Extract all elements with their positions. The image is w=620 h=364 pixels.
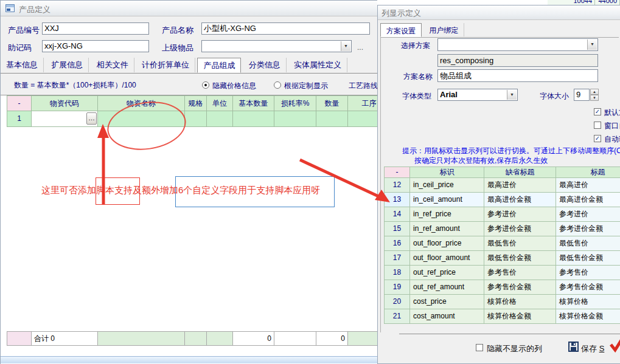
select-scheme-combobox[interactable]: ▼ xyxy=(437,38,598,51)
composition-option-bar: 数量 = 基本数量*（100+损耗率）/100 隐藏价格信息 根据定制显示 工艺… xyxy=(1,74,378,95)
row-number-cell[interactable]: 1 xyxy=(7,111,32,127)
parent-item-browse-button[interactable]: ... xyxy=(357,43,363,52)
col-header-spec[interactable]: 规格 xyxy=(185,95,207,111)
hide-price-radio-label[interactable]: 隐藏价格信息 xyxy=(212,81,256,91)
tab-basic-info[interactable]: 基本信息 xyxy=(1,58,44,72)
tab-scheme-settings[interactable]: 方案设置 xyxy=(380,23,422,37)
composition-table-row: 1 … xyxy=(7,111,396,127)
spinner-down-icon[interactable]: ▼ xyxy=(590,95,599,101)
dialog-titlebar[interactable]: 列显示定义 xyxy=(378,5,620,20)
col-header-material-code[interactable]: 物资代码 xyxy=(32,95,98,111)
window-auto-checkbox-label[interactable]: 窗口自 xyxy=(604,121,620,131)
product-tabbar: 基本信息 扩展信息 相关文件 计价折算单位 产品组成 分类信息 实体属性定义 描… xyxy=(1,57,378,74)
column-row-16[interactable]: 16out_floor_price最低售价最低售价 xyxy=(384,236,620,251)
base-qty-cell[interactable] xyxy=(233,111,274,127)
hide-columns-checkbox-label[interactable]: 隐藏不显示的列 xyxy=(487,343,542,354)
custom-display-radio-label[interactable]: 根据定制显示 xyxy=(284,81,328,91)
font-type-combobox[interactable]: Arial ▼ xyxy=(437,89,518,101)
dialog-title: 列显示定义 xyxy=(381,8,421,19)
background-cell: 44000 4 xyxy=(595,0,620,5)
material-lookup-button[interactable]: … xyxy=(86,112,97,125)
save-button[interactable]: 保存 S xyxy=(581,343,604,354)
default-checkbox-label[interactable]: 默认方 xyxy=(604,108,620,118)
font-size-stepper[interactable]: ▲ ▼ xyxy=(590,89,599,101)
font-size-input[interactable]: 9 xyxy=(574,89,590,101)
column-row-15[interactable]: 15in_ref_amount参考进价金额参考进价金额 xyxy=(384,222,620,236)
tab-extended-info[interactable]: 扩展信息 xyxy=(46,58,89,72)
dlg-col-header-title[interactable]: 标题 xyxy=(556,167,620,178)
parent-item-combobox[interactable]: ▼ xyxy=(201,40,352,52)
tab-related-files[interactable]: 相关文件 xyxy=(91,58,134,72)
table-id-field: res_composing xyxy=(437,54,598,67)
column-row-18[interactable]: 18out_ref_price参考售价参考售价 xyxy=(384,266,620,280)
col-header-dash[interactable]: - xyxy=(7,95,32,111)
hint-line-2: 按确定只对本次登陆有效,保存后永久生效 xyxy=(414,156,548,166)
summary-blank-cell xyxy=(7,331,32,346)
dlg-col-header-id[interactable]: 标识 xyxy=(410,167,484,178)
select-scheme-label: 选择方案 xyxy=(401,41,430,51)
col-header-qty[interactable]: 数量 xyxy=(316,95,348,111)
material-code-edit-cell[interactable]: … xyxy=(32,111,98,127)
column-row-17[interactable]: 17out_floor_amount最低售价金额最低售价金额 xyxy=(384,251,620,266)
tab-classification-info[interactable]: 分类信息 xyxy=(243,58,287,72)
dropdown-arrow-icon[interactable]: ▼ xyxy=(341,41,350,51)
spec-cell[interactable] xyxy=(185,111,207,127)
summary-total-cell: 合计 0 xyxy=(32,331,98,346)
dlg-col-header-dash[interactable]: - xyxy=(384,167,410,178)
font-size-label: 字体大小 xyxy=(540,91,569,101)
column-row-14[interactable]: 14in_ref_price参考进价参考进价 xyxy=(384,207,620,222)
summary-row: 合计 0 0 0 xyxy=(7,331,391,346)
product-window-title: 产品定义 xyxy=(19,4,51,15)
save-icon xyxy=(568,342,579,352)
dropdown-arrow-icon[interactable]: ▼ xyxy=(507,90,517,100)
column-row-19[interactable]: 19out_ref_amount参考售价金额参考售价金额 xyxy=(384,280,620,295)
product-name-label: 产品名称 xyxy=(162,25,193,36)
dlg-col-header-default-title[interactable]: 缺省标题 xyxy=(484,167,556,178)
custom-display-radio[interactable] xyxy=(274,81,281,89)
hide-columns-checkbox[interactable] xyxy=(476,344,483,351)
product-name-input[interactable]: 小型机-XG-NG xyxy=(201,22,370,35)
background-table-fragment: 10044 44000 4 xyxy=(548,0,620,5)
summary-base-qty-total: 0 xyxy=(233,331,274,346)
spinner-up-icon[interactable]: ▲ xyxy=(590,89,599,95)
column-list-table: - 标识 缺省标题 标题 12in_ceil_price最高进价最高进价 13i… xyxy=(384,167,620,324)
default-checkbox[interactable]: ✓ xyxy=(594,108,601,115)
column-row-12[interactable]: 12in_ceil_price最高进价最高进价 xyxy=(384,178,620,193)
dialog-divider xyxy=(399,334,620,334)
process-route-label[interactable]: 工艺路线 xyxy=(349,81,378,91)
column-row-13[interactable]: 13in_ceil_amount最高进价金额最高进价金额 xyxy=(384,193,620,207)
window-icon xyxy=(5,4,15,13)
check-icon: ✓ xyxy=(595,108,600,115)
column-row-21[interactable]: 21cost_amount核算价格金额核算价格金额 xyxy=(384,309,620,324)
composition-table-header: - 物资代码 物资名称 规格 单位 基本数量 损耗率% 数量 工序 xyxy=(7,95,396,111)
loss-rate-cell[interactable] xyxy=(274,111,316,127)
tab-entity-attribute-definition[interactable]: 实体属性定义 xyxy=(288,58,347,72)
auto-adjust-checkbox-label[interactable]: 自动调 xyxy=(604,134,620,145)
column-list-header: - 标识 缺省标题 标题 xyxy=(384,167,620,178)
col-header-unit[interactable]: 单位 xyxy=(207,95,233,111)
tab-pricing-unit[interactable]: 计价折算单位 xyxy=(136,58,195,72)
column-display-dialog: 列显示定义 方案设置 用户绑定 选择方案 ▼ res_composing 方案名… xyxy=(377,5,620,364)
product-code-input[interactable]: XXJ xyxy=(42,22,149,35)
annotation-note: 这里可否添加脚本支持及额外增加6个自定义字段用于支持脚本应用呀 xyxy=(41,185,320,196)
product-window-titlebar[interactable]: 产品定义 xyxy=(1,1,377,16)
font-type-label: 字体类型 xyxy=(402,91,431,101)
column-row-20[interactable]: 20cost_price核算价格核算价格 xyxy=(384,295,620,309)
tab-product-composition[interactable]: 产品组成 xyxy=(197,58,241,73)
col-header-loss-rate[interactable]: 损耗率% xyxy=(274,95,316,111)
composition-table: - 物资代码 物资名称 规格 单位 基本数量 损耗率% 数量 工序 1 … xyxy=(7,95,396,127)
scheme-name-input[interactable]: 物品组成 xyxy=(437,69,598,82)
mnemonic-input[interactable]: xxj-XG-NG xyxy=(42,40,149,52)
tab-user-binding[interactable]: 用户绑定 xyxy=(423,23,464,36)
window-auto-checkbox[interactable] xyxy=(594,122,601,129)
dropdown-arrow-icon[interactable]: ▼ xyxy=(587,39,597,50)
background-cell: 10044 xyxy=(548,0,595,5)
unit-cell[interactable] xyxy=(207,111,233,127)
window-bottom-strip xyxy=(1,356,378,363)
summary-qty-total: 0 xyxy=(316,331,348,346)
hide-price-radio[interactable] xyxy=(202,81,209,89)
qty-cell[interactable] xyxy=(316,111,348,127)
auto-adjust-checkbox[interactable]: ✓ xyxy=(594,135,601,142)
col-header-base-qty[interactable]: 基本数量 xyxy=(233,95,274,111)
quantity-formula-label: 数量 = 基本数量*（100+损耗率）/100 xyxy=(14,80,136,91)
